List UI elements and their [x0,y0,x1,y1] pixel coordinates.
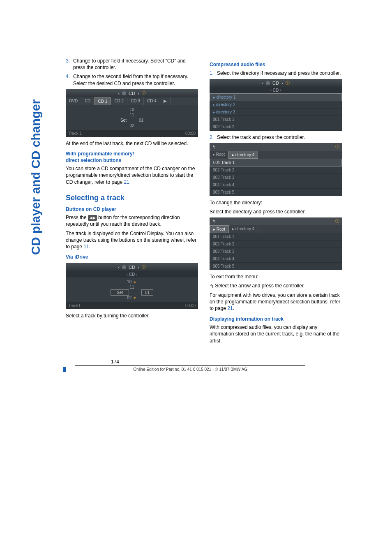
list-item: ▸ directory 2 [210,101,342,109]
idrive-screenshot-2: ‹CD›ⓘ ‹ CD › 10 ▲ 11 Set01 02 ▼ Track100… [66,263,198,309]
step-text: Change to the second field from the top … [73,73,198,86]
edition-line: Online Edition for Part no. 01 41 0 015 … [75,365,305,372]
step-4: 4. Change to the second field from the t… [66,73,198,86]
step-num: 3. [66,58,73,71]
body-text: Select the directory and press the contr… [210,208,342,215]
list-item: ▸ directory 3 [210,109,342,116]
idrive-screenshot-4: ↰ⓘ ▸ Root ▸ directory 4 001 Track 1002 T… [210,143,342,196]
body-text: ↰ Select the arrow and press the control… [210,282,342,289]
left-column: 3. Change to upper field if necessary. S… [66,58,198,347]
list-item: 003 Track 3 [210,248,342,255]
body-text: To change the directory: [210,199,342,206]
skip-button-icon: ◀ ▶ [88,215,97,221]
page-ref[interactable]: 11 [83,244,89,250]
list-item: 001 Track 1 [210,233,342,240]
list-item: 001 Track 1 [210,116,342,123]
section-title: CD player and CD changer [29,99,43,255]
list-item: 002 Track 2 [210,240,342,248]
body-text: Select a track by turning the controller… [66,312,198,319]
page-number: 174 [111,359,371,365]
subhead-display-info: Displaying information on track [210,316,342,323]
list-item: 001 Track 1 [210,159,342,166]
right-column: Compressed audio files 1. Select the dir… [210,58,342,347]
list-item: ▸ directory 1 [210,93,342,101]
subhead-idrive: Via iDrive [66,254,198,261]
page-ref[interactable]: 21 [227,305,233,311]
page-marker-icon [63,367,66,372]
list-item: 002 Track 2 [210,123,342,131]
list-item: 004 Track 4 [210,255,342,263]
body-text: You can store a CD compartment of the CD… [66,165,198,185]
page-ref[interactable]: 21 [124,179,129,185]
step-1: 1. Select the directory if necessary and… [210,70,342,76]
heading-selecting-track: Selecting a track [66,194,198,202]
step-3: 3. Change to upper field if necessary. S… [66,58,198,71]
body-text: With compressed audio files, you can dis… [210,324,342,344]
idrive-screenshot-3: ‹CD›ⓘ ‹ CD › ▸ directory 1▸ directory 2▸… [210,79,342,131]
subhead-compressed: Compressed audio files [210,62,342,68]
back-arrow-icon: ↰ [210,283,214,289]
list-item: 005 Track 5 [210,263,342,270]
subhead-memory: With programmable memory/ direct selecti… [66,151,198,164]
idrive-screenshot-5: ↰ⓘ ▸ Root ▸ directory 4 001 Track 1002 T… [210,217,342,270]
list-item: 002 Track 2 [210,166,342,174]
body-text: At the end of the last track, the next C… [66,140,198,147]
step-2: 2. Select the track and press the contro… [210,134,342,141]
list-item: 005 Track 5 [210,189,342,196]
list-item: 003 Track 3 [210,174,342,181]
step-text: Change to upper field if necessary. Sele… [73,58,198,71]
body-text: The track is displayed on the Control Di… [66,230,198,250]
list-item: 004 Track 4 [210,181,342,189]
body-text: For equipment with two drives, you can s… [210,292,342,312]
subhead-buttons: Buttons on CD player [66,206,198,213]
step-num: 4. [66,73,73,86]
body-text: To exit from the menu: [210,273,342,280]
body-text: Press the ◀ ▶ button for the correspondi… [66,214,198,227]
idrive-screenshot-1: ‹CD›ⓘ DVD CD CD 1 CD 2 CD 3 CD 4 ▶ 10 11… [66,89,198,137]
